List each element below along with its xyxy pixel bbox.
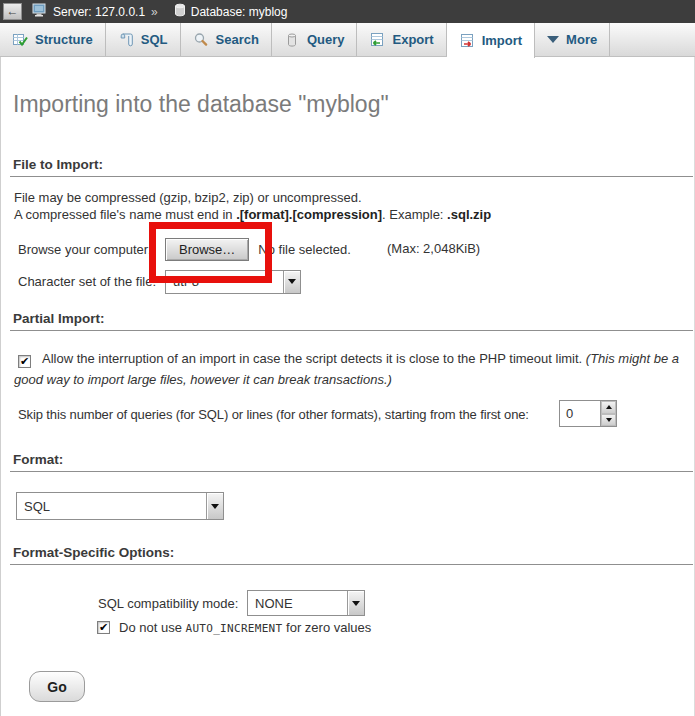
charset-select[interactable]: utf-8: [165, 270, 301, 294]
tab-label: More: [566, 32, 597, 47]
format-select[interactable]: SQL: [16, 492, 224, 520]
file-note-example: .sql.zip: [447, 207, 491, 222]
skip-queries-spinner[interactable]: 0: [559, 400, 617, 427]
format-selected-value: SQL: [17, 499, 206, 514]
browse-row: Browse your computer: Browse… No file se…: [18, 237, 351, 261]
page-title: Importing into the database "myblog": [13, 91, 389, 118]
auto-increment-checkbox[interactable]: [97, 621, 110, 634]
section-heading-format: Format:: [10, 452, 693, 472]
tab-export[interactable]: Export: [357, 23, 446, 56]
max-upload-size: (Max: 2,048KiB): [387, 241, 480, 256]
auto-increment-row: Do not use AUTO_INCREMENT for zero value…: [97, 620, 371, 635]
spinner-buttons: [600, 401, 616, 426]
sql-compatibility-selected-value: NONE: [248, 596, 347, 611]
breadcrumb-server-link[interactable]: Server: 127.0.0.1: [53, 5, 145, 19]
file-note-format-pattern: .[format].[compression]: [236, 207, 382, 222]
breadcrumb-bar: Server: 127.0.0.1 » Database: myblog: [0, 0, 695, 23]
tab-label: SQL: [141, 32, 168, 47]
charset-label: Character set of the file:: [18, 274, 165, 289]
browse-button[interactable]: Browse…: [165, 238, 249, 261]
tab-query[interactable]: Query: [272, 23, 358, 56]
sql-compatibility-select[interactable]: NONE: [247, 590, 365, 616]
go-button[interactable]: Go: [29, 671, 85, 702]
query-icon: [284, 32, 300, 48]
file-note-line1: File may be compressed (gzip, bzip2, zip…: [14, 189, 491, 206]
tab-label: Structure: [35, 32, 93, 47]
back-arrow-button[interactable]: [3, 3, 22, 20]
search-icon: [193, 32, 209, 48]
tab-label: Export: [392, 32, 433, 47]
allow-interruption-block: Allow the interruption of an import in c…: [14, 348, 692, 390]
tab-search[interactable]: Search: [181, 23, 272, 56]
auto-increment-label: Do not use AUTO_INCREMENT for zero value…: [119, 620, 371, 635]
tab-import[interactable]: Import: [447, 23, 535, 58]
tab-bar: Structure SQL Search: [0, 23, 695, 57]
section-heading-file-to-import: File to Import:: [10, 157, 693, 177]
tab-sql[interactable]: SQL: [106, 23, 181, 56]
browse-label: Browse your computer:: [18, 242, 165, 257]
tab-more[interactable]: More: [535, 23, 610, 56]
chevron-down-icon[interactable]: [206, 493, 223, 519]
database-icon: [174, 3, 186, 20]
skip-queries-label: Skip this number of queries (for SQL) or…: [18, 407, 529, 422]
sql-icon: [118, 32, 134, 48]
no-file-selected-text: No file selected.: [258, 242, 351, 257]
breadcrumb-database-link[interactable]: Database: myblog: [191, 5, 288, 19]
charset-selected-value: utf-8: [166, 274, 283, 289]
section-heading-partial-import: Partial Import:: [10, 311, 693, 331]
phpmyadmin-import-page: Server: 127.0.0.1 » Database: myblog Str…: [0, 0, 695, 716]
auto-increment-code: AUTO_INCREMENT: [186, 622, 283, 635]
breadcrumb-separator: »: [151, 5, 158, 19]
spinner-up-icon[interactable]: [601, 401, 616, 414]
tab-structure[interactable]: Structure: [0, 23, 106, 56]
file-note-line2: A compressed file's name must end in .[f…: [14, 206, 491, 223]
chevron-down-icon: [547, 36, 559, 43]
tab-label: Search: [216, 32, 259, 47]
spinner-down-icon[interactable]: [601, 414, 616, 427]
server-icon: [32, 3, 48, 20]
file-import-notes: File may be compressed (gzip, bzip2, zip…: [14, 189, 491, 223]
structure-icon: [12, 32, 28, 48]
export-icon: [369, 32, 385, 48]
skip-queries-value[interactable]: 0: [560, 401, 600, 426]
tab-label: Import: [482, 33, 522, 48]
tab-label: Query: [307, 32, 345, 47]
content-left-border: [0, 57, 1, 716]
chevron-down-icon[interactable]: [347, 591, 364, 615]
chevron-down-icon[interactable]: [283, 271, 300, 293]
section-heading-format-specific-options: Format-Specific Options:: [10, 545, 693, 565]
charset-row: Character set of the file: utf-8: [18, 269, 301, 294]
allow-interruption-text: Allow the interruption of an import in c…: [42, 351, 586, 366]
sql-compatibility-label: SQL compatibility mode:: [98, 596, 238, 611]
import-icon: [459, 33, 475, 49]
allow-interruption-checkbox[interactable]: [18, 355, 31, 368]
